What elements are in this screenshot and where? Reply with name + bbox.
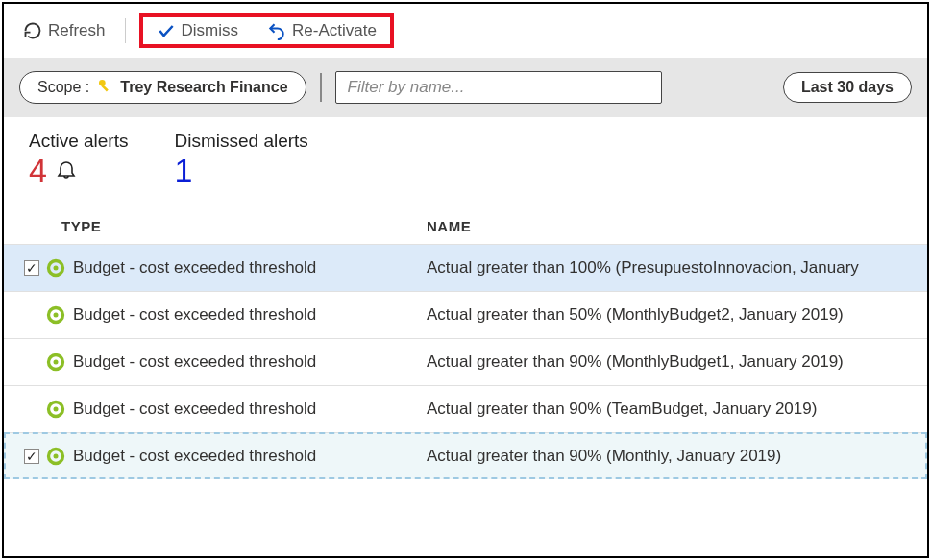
dismiss-button[interactable]: Dismiss [151,19,245,42]
row-type-text: Budget - cost exceeded threshold [73,353,316,372]
reactivate-button[interactable]: Re-Activate [261,19,382,42]
header-name[interactable]: NAME [427,218,927,234]
row-checkbox[interactable] [24,260,39,276]
row-name-cell: Actual greater than 90% (MonthlyBudget1,… [427,353,927,372]
scope-selector[interactable]: Scope : Trey Research Finance [19,71,306,104]
row-name-cell: Actual greater than 90% (Monthly, Januar… [427,447,927,466]
row-type-text: Budget - cost exceeded threshold [73,447,316,466]
table-row[interactable]: Budget - cost exceeded thresholdActual g… [4,244,927,291]
bell-icon [55,158,78,183]
dismissed-alerts-block: Dismissed alerts 1 [174,131,307,189]
svg-point-3 [54,266,59,271]
svg-point-0 [99,80,106,86]
svg-rect-1 [101,85,109,92]
active-alerts-label: Active alerts [29,131,128,152]
summary-bar: Active alerts 4 Dismissed alerts 1 [4,117,927,197]
annotation-highlight: Dismiss Re-Activate [139,13,394,48]
toolbar-separator [125,18,126,43]
budget-icon [46,258,65,278]
table-row[interactable]: Budget - cost exceeded thresholdActual g… [4,291,927,338]
key-icon [97,78,112,97]
filter-by-name-input[interactable] [335,71,662,104]
date-range-selector[interactable]: Last 30 days [783,72,912,103]
refresh-label: Refresh [48,21,106,40]
budget-icon [46,305,65,325]
row-type-text: Budget - cost exceeded threshold [73,258,316,278]
row-type-text: Budget - cost exceeded threshold [73,400,316,419]
refresh-icon [23,21,42,40]
header-type[interactable]: TYPE [61,218,427,234]
dismiss-label: Dismiss [182,21,239,40]
table-body: Budget - cost exceeded thresholdActual g… [4,244,927,556]
filterbar-separator [320,73,322,102]
row-type-cell: Budget - cost exceeded threshold [46,258,427,278]
table-row[interactable]: Budget - cost exceeded thresholdActual g… [4,432,927,479]
refresh-button[interactable]: Refresh [17,19,111,42]
row-type-cell: Budget - cost exceeded threshold [46,353,427,372]
dismissed-alerts-count: 1 [174,152,192,189]
active-alerts-count: 4 [29,152,47,189]
budget-icon [46,447,65,466]
row-checkbox-cell [17,260,46,276]
row-type-cell: Budget - cost exceeded threshold [46,305,427,325]
row-checkbox-cell [17,449,46,464]
active-alerts-block: Active alerts 4 [29,131,128,189]
reactivate-label: Re-Activate [292,21,377,40]
undo-icon [267,21,286,40]
dismissed-alerts-label: Dismissed alerts [174,131,307,152]
row-type-text: Budget - cost exceeded threshold [73,305,316,325]
svg-point-9 [54,407,59,412]
row-type-cell: Budget - cost exceeded threshold [46,447,427,466]
filter-bar: Scope : Trey Research Finance Last 30 da… [4,58,927,117]
svg-point-7 [54,360,59,365]
table-row[interactable]: Budget - cost exceeded thresholdActual g… [4,338,927,385]
svg-point-5 [54,313,59,318]
row-name-cell: Actual greater than 90% (TeamBudget, Jan… [427,400,927,419]
date-range-label: Last 30 days [801,79,894,96]
scope-label: Scope : [37,79,89,96]
budget-icon [46,353,65,372]
row-name-cell: Actual greater than 100% (PresupuestoInn… [427,258,927,278]
table-headers: TYPE NAME [4,197,927,244]
window-frame: Refresh Dismiss Re-Activate Scope : [2,2,929,558]
budget-icon [46,400,65,419]
check-icon [157,21,176,40]
scope-value: Trey Research Finance [120,79,287,96]
table-row[interactable]: Budget - cost exceeded thresholdActual g… [4,385,927,432]
row-name-cell: Actual greater than 50% (MonthlyBudget2,… [427,305,927,325]
row-type-cell: Budget - cost exceeded threshold [46,400,427,419]
row-checkbox[interactable] [24,449,39,464]
svg-point-11 [54,454,59,459]
toolbar: Refresh Dismiss Re-Activate [4,4,927,58]
